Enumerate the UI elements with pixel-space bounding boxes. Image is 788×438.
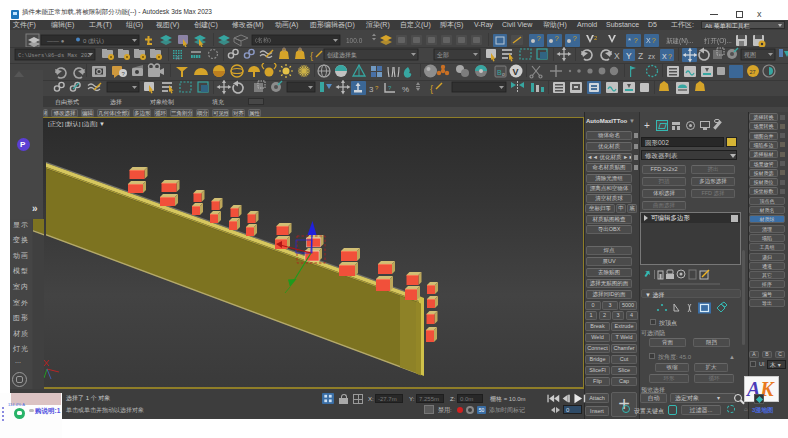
svg-text:C:\Users\86—ds Max 202: C:\Users\86—ds Max 202 [18,52,91,59]
svg-text:?: ? [555,35,559,42]
svg-text:—— ●: —— ● [47,38,65,44]
svg-text:(名称): (名称) [255,37,271,44]
svg-text:Z: Z [638,51,643,61]
svg-text:X: X [614,51,620,61]
svg-text:?: ? [573,35,577,42]
svg-text:100.0: 100.0 [346,37,363,44]
svg-text:zx: zx [648,53,656,60]
svg-text:V: V [513,67,519,77]
svg-text:27: 27 [750,69,756,75]
svg-text:2: 2 [594,35,598,41]
svg-text:?: ? [537,35,541,42]
svg-text:视图: 视图 [744,51,756,59]
svg-text:%: % [402,85,409,94]
svg-text:?: ? [668,53,672,60]
svg-text:3: 3 [369,85,374,94]
svg-text:创建选择集: 创建选择集 [327,52,357,59]
svg-text:{: { [310,51,313,61]
svg-text:o: o [502,71,505,77]
svg-text:?: ? [652,37,656,44]
svg-text:{: { [430,84,433,94]
svg-text:Y: Y [626,51,632,61]
svg-text:?: ? [634,37,638,44]
svg-text:新建(N)...: 新建(N)... [666,37,694,45]
svg-text:全部: 全部 [436,51,449,59]
svg-text:打开(O)...: 打开(O)... [703,37,732,45]
svg-text:0 (默认): 0 (默认) [83,38,104,44]
svg-text:?: ? [375,85,379,91]
svg-text:X: X [662,53,667,60]
svg-text:*: * [628,36,631,45]
svg-text:?: ? [388,85,392,91]
svg-text:X: X [646,37,651,44]
